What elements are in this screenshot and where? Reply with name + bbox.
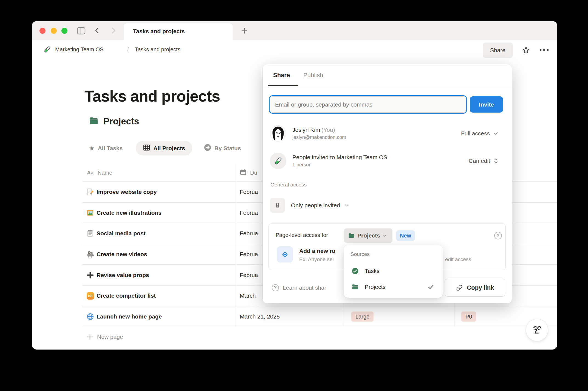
view-tabs: ★ All Tasks All Projects By Status — [89, 141, 241, 155]
tab-share[interactable]: Share — [273, 72, 290, 79]
memo-icon — [86, 188, 94, 196]
folder-icon — [89, 116, 99, 127]
breadcrumb-page[interactable]: Tasks and projects — [135, 46, 180, 53]
collection-title[interactable]: Projects — [103, 116, 139, 127]
group-count: 1 person — [292, 162, 387, 168]
share-button[interactable]: Share — [483, 43, 513, 58]
minimize-window-button[interactable] — [51, 28, 57, 34]
member-you-suffix: (You) — [321, 127, 335, 133]
access-dropdown[interactable]: Can edit — [469, 158, 498, 164]
more-options-icon[interactable] — [539, 48, 550, 53]
invite-button[interactable]: Invite — [470, 96, 503, 113]
sidebar-toggle-icon[interactable] — [77, 27, 86, 36]
back-icon[interactable] — [94, 27, 100, 35]
face-logo-icon — [530, 323, 544, 337]
lock-icon — [270, 198, 285, 213]
chevron-down-icon — [344, 204, 349, 207]
film-projector-icon — [86, 250, 94, 258]
share-dialog: Share Publish Invite Jeslyn Kim (You) je… — [263, 64, 512, 303]
access-dropdown[interactable]: Full access — [461, 130, 498, 137]
chevron-up-down-icon — [494, 158, 498, 164]
page-level-access-label: Page-level access for — [276, 232, 328, 238]
framed-picture-icon — [86, 209, 94, 217]
folder-icon — [352, 283, 359, 291]
copy-link-button[interactable]: Copy link — [445, 279, 505, 297]
table-grid-icon — [143, 144, 150, 153]
header-bar: Marketing Team OS / Tasks and projects S… — [32, 40, 557, 61]
zoom-window-button[interactable] — [61, 28, 67, 34]
add-rule-title[interactable]: Add a new ru — [299, 248, 335, 254]
app-window: Tasks and projects Marketing Team OS / T… — [32, 21, 557, 350]
group-row[interactable]: People invited to Marketing Team OS 1 pe… — [270, 150, 505, 172]
invite-email-input[interactable] — [270, 96, 466, 113]
add-rule-icon — [277, 246, 293, 262]
chevron-down-icon — [383, 234, 387, 237]
table-row[interactable]: Launch new home page March 21, 2025 Larg… — [83, 306, 557, 327]
heavy-plus-icon — [86, 271, 94, 279]
globe-icon — [86, 313, 94, 320]
group-name: People invited to Marketing Team OS — [292, 154, 387, 161]
sources-menu-item-tasks[interactable]: Tasks — [348, 264, 438, 278]
spiral-notepad-icon — [86, 230, 94, 237]
member-email: jeslyn@makenotion.com — [292, 135, 346, 140]
link-icon — [456, 284, 463, 291]
view-tab-by-status[interactable]: By Status — [204, 144, 241, 153]
priority-tag[interactable]: P0 — [461, 311, 476, 322]
size-tag[interactable]: Large — [351, 311, 374, 322]
add-rule-description: Ex. Anyone sel — [299, 256, 334, 262]
folder-icon — [348, 232, 355, 239]
arrow-circle-icon — [204, 144, 211, 153]
workspace-emoji-test-tube-icon — [43, 45, 51, 55]
collection-heading: Projects — [89, 116, 139, 127]
name-column-header[interactable]: Name — [98, 170, 112, 176]
help-icon[interactable]: ? — [494, 232, 502, 239]
breadcrumb-separator: / — [127, 46, 129, 53]
avatar — [270, 125, 286, 142]
member-row[interactable]: Jeslyn Kim (You) jeslyn@makenotion.com F… — [270, 122, 505, 144]
new-page-button[interactable]: New page — [83, 327, 557, 347]
learn-about-sharing-link[interactable]: ? Learn about shar — [272, 279, 326, 297]
tab-title: Tasks and projects — [133, 28, 185, 35]
calendar-icon — [240, 169, 247, 177]
plus-icon — [87, 334, 93, 340]
member-name: Jeslyn Kim — [292, 127, 320, 133]
general-access-heading: General access — [270, 182, 307, 188]
text-type-icon: Aa — [87, 170, 94, 176]
sources-menu-item-projects[interactable]: Projects — [348, 280, 438, 294]
tab-publish[interactable]: Publish — [303, 72, 323, 79]
desktop-background: Tasks and projects Marketing Team OS / T… — [0, 0, 588, 391]
selected-check-icon — [428, 284, 434, 289]
add-rule-description-tail: edit access — [445, 256, 471, 262]
active-tab-underline — [268, 85, 298, 86]
workspace-group-avatar — [270, 153, 286, 169]
breadcrumb-workspace[interactable]: Marketing Team OS — [55, 46, 103, 53]
favorite-star-icon[interactable] — [522, 46, 530, 56]
view-tab-all-tasks[interactable]: ★ All Tasks — [89, 145, 123, 152]
view-tab-all-projects[interactable]: All Projects — [136, 141, 192, 155]
sources-menu-heading: Sources — [350, 251, 370, 257]
tab-tasks-and-projects[interactable]: Tasks and projects — [124, 23, 233, 40]
new-tab-icon[interactable] — [241, 28, 247, 35]
help-icon: ? — [272, 284, 279, 291]
page-title: Tasks and projects — [84, 87, 220, 105]
chevron-down-icon — [493, 132, 498, 135]
sources-menu: Sources Tasks Projects — [344, 245, 443, 298]
forward-icon[interactable] — [111, 27, 116, 35]
close-window-button[interactable] — [39, 28, 46, 34]
star-icon: ★ — [89, 145, 95, 152]
general-access-row[interactable]: Only people invited — [270, 198, 505, 213]
source-selector-chip[interactable]: Projects — [344, 228, 392, 243]
due-column-header[interactable]: Du — [250, 170, 257, 176]
notion-face-logo-button[interactable] — [526, 319, 548, 341]
general-access-value: Only people invited — [291, 202, 340, 209]
check-circle-icon — [352, 267, 359, 275]
share-dialog-tabs: Share Publish — [263, 64, 512, 86]
vs-badge-icon: VS — [86, 292, 94, 300]
tab-bar: Tasks and projects — [32, 21, 557, 40]
new-badge: New — [396, 230, 415, 241]
